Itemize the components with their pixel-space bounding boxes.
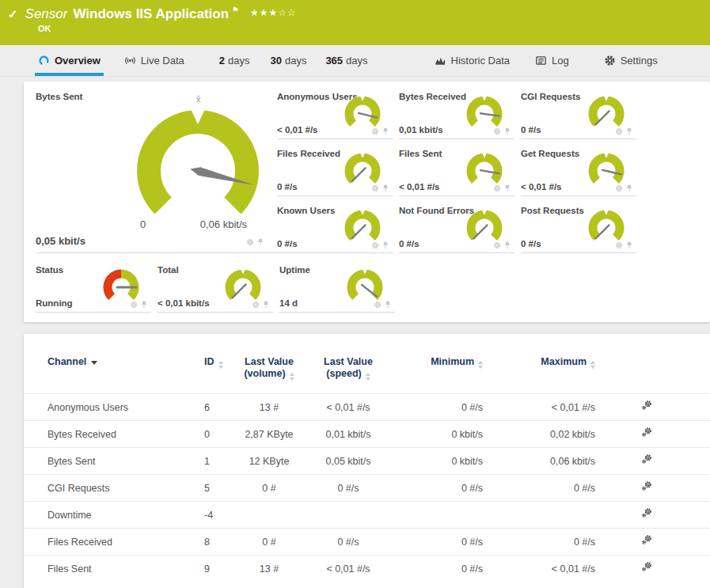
cell-channel: Anonymous Users	[24, 394, 178, 421]
pin-icon[interactable]	[382, 127, 389, 135]
tab-365-days[interactable]: 365 days	[325, 45, 367, 76]
column-header-maximum[interactable]: Maximum	[483, 356, 595, 394]
gauge-tile-uptime[interactable]: Uptime 14 d	[279, 261, 395, 313]
cell-last-value-speed: 0,01 kbit/s	[305, 421, 392, 448]
pin-icon[interactable]	[262, 301, 270, 309]
gear-icon[interactable]	[130, 301, 138, 309]
channel-settings-icon[interactable]	[641, 427, 652, 438]
cell-last-value-volume: 0 #	[234, 529, 305, 556]
cell-id: 9	[178, 556, 234, 582]
cell-minimum: 0 #/s	[392, 394, 483, 421]
gauge-tile-not-found-errors[interactable]: Not Found Errors 0 #/s	[399, 202, 514, 253]
cell-id: 6	[178, 394, 234, 421]
gauge-tile-status[interactable]: Status Running	[36, 261, 151, 313]
gauge-green-zone	[121, 274, 135, 297]
gauge-tile-post-requests[interactable]: Post Requests 0 #/s	[521, 202, 636, 253]
cell-maximum: < 0,01 #/s	[483, 394, 595, 421]
gear-icon[interactable]	[246, 238, 254, 246]
channel-settings-icon[interactable]	[641, 400, 652, 412]
pin-icon[interactable]	[503, 241, 511, 249]
primary-gauge-tile[interactable]: Bytes Sent x̄ 0 0,06 kbit/s 0,05 kbit/s	[36, 88, 277, 253]
gauge-value: < 0,01 #/s	[277, 125, 317, 135]
gear-icon[interactable]	[371, 184, 379, 192]
gauge-tile-known-users[interactable]: Known Users 0 #/s	[277, 202, 393, 253]
gauge-tile-bytes-received[interactable]: Bytes Received 0,01 kbit/s	[399, 88, 514, 139]
log-icon	[535, 55, 547, 66]
tab-live-data[interactable]: Live Data	[124, 45, 184, 76]
gauge-tile-total[interactable]: Total < 0,01 kbit/s	[158, 261, 273, 313]
tab-historic-data[interactable]: Historic Data	[435, 45, 510, 76]
column-header-settings	[595, 356, 710, 394]
cell-last-value-volume: 2,87 KByte	[234, 421, 305, 448]
cell-minimum: 0 kbit/s	[392, 421, 483, 448]
gauge-title: CGI Requests	[521, 92, 580, 101]
gear-icon[interactable]	[493, 241, 501, 249]
priority-stars[interactable]: ★★★☆☆	[250, 7, 297, 18]
gear-icon[interactable]	[493, 184, 501, 192]
gear-icon[interactable]	[371, 127, 379, 135]
gauge-value: 0,05 kbit/s	[36, 235, 85, 247]
tab-settings[interactable]: Settings	[604, 45, 658, 76]
pin-icon[interactable]	[382, 241, 389, 249]
cell-maximum	[483, 502, 595, 529]
pin-icon[interactable]	[625, 241, 633, 249]
gauge-title: Post Requests	[521, 206, 584, 215]
gauge-value: 0,01 kbit/s	[399, 125, 443, 135]
gauge-value: 0 #/s	[277, 182, 298, 192]
pin-icon[interactable]	[503, 127, 511, 135]
gauge-tile-files-received[interactable]: Files Received 0 #/s	[277, 145, 393, 196]
column-header-channel[interactable]: Channel	[24, 356, 178, 394]
gauge-title: Bytes Received	[399, 92, 466, 101]
cell-channel: Downtime	[24, 502, 178, 529]
gauge-tile-get-requests[interactable]: Get Requests < 0,01 #/s	[521, 145, 636, 196]
gauge-tile-cgi-requests[interactable]: CGI Requests 0 #/s	[521, 88, 636, 139]
gauge-tile-files-sent[interactable]: Files Sent < 0,01 #/s	[399, 145, 514, 196]
cell-channel: Bytes Received	[24, 421, 178, 448]
pin-icon[interactable]	[140, 301, 148, 309]
gear-icon[interactable]	[371, 241, 379, 249]
gauge-tile-anonymous-users[interactable]: Anonymous Users < 0,01 #/s	[277, 88, 393, 139]
channels-table: Channel ID Last Value(volume) Last Value…	[24, 356, 710, 582]
column-header-last-value-volume[interactable]: Last Value(volume)	[234, 356, 305, 394]
gear-icon[interactable]	[615, 127, 623, 135]
tab-number: 30	[270, 55, 281, 66]
pin-icon[interactable]	[256, 238, 264, 246]
channel-settings-icon[interactable]	[641, 562, 652, 573]
gear-icon[interactable]	[615, 241, 623, 249]
column-header-last-value-speed[interactable]: Last Value(speed)	[305, 356, 392, 394]
pin-icon[interactable]	[625, 127, 633, 135]
channels-table-panel: Channel ID Last Value(volume) Last Value…	[24, 334, 710, 588]
cell-maximum: 0,06 kbit/s	[483, 448, 595, 475]
gauge-value: < 0,01 kbit/s	[158, 298, 210, 308]
tab-label: days	[346, 55, 367, 66]
gauge-value: 14 d	[279, 298, 298, 308]
gear-icon[interactable]	[615, 184, 623, 192]
pin-icon[interactable]	[503, 184, 511, 192]
tab-label: days	[285, 55, 306, 66]
channel-settings-icon[interactable]	[641, 481, 652, 492]
pin-icon[interactable]	[382, 184, 389, 192]
cell-maximum: 0,02 kbit/s	[483, 421, 595, 448]
pin-icon[interactable]	[625, 184, 633, 192]
cell-last-value-volume: 13 #	[234, 556, 305, 582]
chart-icon	[435, 55, 446, 66]
channel-settings-icon[interactable]	[641, 535, 652, 546]
small-gauges-grid: Anonymous Users < 0,01 #/s Bytes Receive…	[277, 88, 636, 253]
tab-30-days[interactable]: 30 days	[270, 45, 306, 76]
status-badge: OK	[38, 24, 51, 33]
bottom-gauges-row: Status Running Total < 0,01 kbit/s Uptim	[36, 261, 710, 313]
sensor-title: Windows IIS Application	[73, 6, 229, 22]
cell-maximum: 0 #/s	[483, 529, 595, 556]
gear-icon[interactable]	[252, 301, 260, 309]
gear-icon[interactable]	[374, 301, 382, 309]
pin-icon[interactable]	[384, 301, 392, 309]
tab-label: days	[228, 55, 249, 66]
channel-settings-icon[interactable]	[641, 508, 652, 519]
channel-settings-icon[interactable]	[641, 454, 652, 465]
column-header-minimum[interactable]: Minimum	[392, 356, 483, 394]
tab-overview[interactable]: Overview	[38, 45, 101, 76]
tab-2-days[interactable]: 2 days	[219, 45, 250, 76]
tab-log[interactable]: Log	[535, 45, 569, 76]
gear-icon[interactable]	[493, 127, 501, 135]
column-header-id[interactable]: ID	[178, 356, 234, 394]
